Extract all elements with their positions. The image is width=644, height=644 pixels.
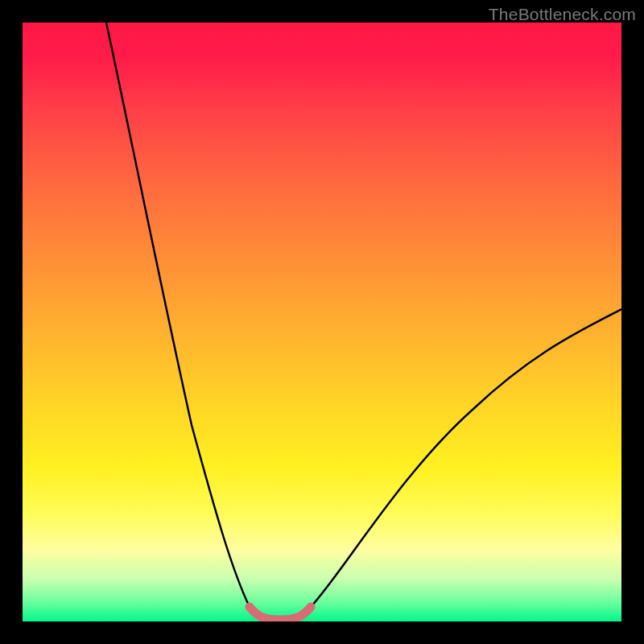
curve-left-branch	[106, 23, 250, 607]
curve-right-branch	[311, 309, 621, 607]
plot-area	[23, 23, 621, 621]
watermark-text: TheBottleneck.com	[489, 5, 636, 24]
curve-highlighted-bottom	[250, 607, 311, 620]
bottleneck-curve	[23, 23, 621, 621]
